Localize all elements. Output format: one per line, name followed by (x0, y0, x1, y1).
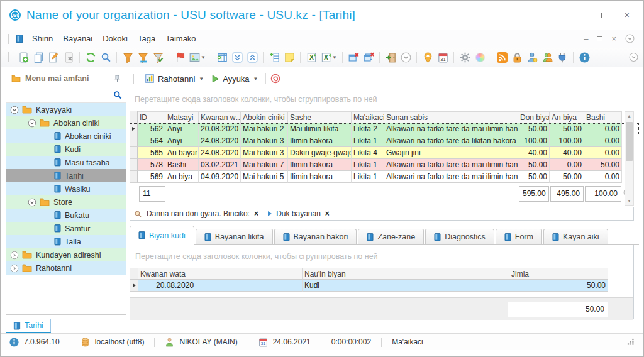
menu-item-taimako[interactable]: Taimako (160, 32, 201, 45)
collapse-expander-icon[interactable] (10, 106, 19, 114)
close-all-windows-icon[interactable] (362, 50, 375, 64)
sidebar-item-talla[interactable]: Talla (6, 235, 126, 248)
settings-icon[interactable] (458, 50, 472, 64)
plugin-icon[interactable] (555, 50, 569, 64)
users-icon[interactable] (540, 50, 554, 64)
column-header-sunan-sabis[interactable]: Sunan sabis (384, 111, 518, 123)
sidebar-item-bu-atu[interactable]: Buƙatu (6, 209, 126, 222)
tab-bayanan-likita[interactable]: Bayanan likita (196, 229, 273, 244)
mdi-minimize-button[interactable]: – (584, 34, 588, 43)
filter-edit-text[interactable]: Danna nan don gyara. Binciko: (147, 209, 250, 218)
filter-icon[interactable] (121, 50, 135, 64)
copy-record-icon[interactable] (31, 50, 45, 64)
add-column-icon[interactable] (267, 50, 281, 64)
column-header-an-biya[interactable]: An biya (550, 111, 584, 123)
scroll-up-arrow[interactable]: ▲ (625, 112, 633, 120)
column-header-bashi[interactable]: Bashi (584, 111, 622, 123)
image-menu-icon[interactable]: ▼ (188, 50, 207, 64)
sidebar-item-wasiku[interactable]: Wasiku (6, 182, 126, 195)
edit-record-icon[interactable] (47, 50, 60, 64)
menu-item-taga[interactable]: Taga (133, 32, 160, 45)
column-header-abokin-ciniki[interactable]: Abokin ciniki (241, 111, 288, 123)
undo-red-icon[interactable] (270, 74, 280, 84)
filter-condition-text[interactable]: Duk bayanan (276, 209, 321, 218)
search-icon[interactable] (113, 91, 122, 99)
table-row[interactable]: 565An bayar24.08.2020Mai haƙuri 3Dakin g… (130, 147, 639, 159)
sidebar-item-samfur[interactable]: Samfur (6, 222, 126, 235)
nav-circle-icon[interactable] (399, 50, 413, 64)
exit-icon[interactable] (384, 50, 397, 64)
minimize-button[interactable]: – (580, 11, 585, 19)
note-icon[interactable] (282, 50, 296, 64)
collapse-expander-icon[interactable] (28, 119, 36, 128)
calendar-icon[interactable]: 31 (436, 50, 450, 64)
reports-dropdown[interactable]: Rahotanni ▼ (141, 72, 208, 85)
info-icon[interactable] (577, 50, 591, 64)
pin-icon[interactable] (114, 75, 121, 83)
scroll-down-arrow[interactable]: ▼ (625, 197, 633, 205)
table-row[interactable]: 569An biya04.09.2020Mai haƙuri 5Ilimin h… (130, 171, 639, 183)
scroll-thumb[interactable] (626, 122, 633, 161)
mdi-close-button[interactable]: × (611, 34, 616, 43)
window-tab-tarihi[interactable]: Tarihi (6, 319, 51, 333)
columns-icon[interactable] (215, 50, 229, 64)
sidebar-search-input[interactable] (10, 91, 113, 99)
sidebar-item-abokan-ciniki[interactable]: Abokan ciniki (6, 116, 126, 129)
tab-biyan-ku-i[interactable]: Biyan kuɗi (130, 226, 194, 244)
column-header-don-biya[interactable]: Don biya (518, 111, 550, 123)
sidebar-item-kundayen-adireshi[interactable]: Kundayen adireshi (6, 248, 126, 261)
table-row[interactable]: 564Anyi24.08.2020Mai haƙuri 3Ilimin hako… (130, 135, 639, 147)
close-window-icon[interactable] (347, 50, 360, 64)
sidebar-item-kayayyaki[interactable]: Kayayyaki (6, 103, 126, 116)
tab-form[interactable]: Form (496, 229, 542, 244)
sidebar-item-tarihi[interactable]: Tarihi (6, 169, 126, 182)
delete-record-icon[interactable] (62, 50, 75, 64)
flag-icon[interactable] (173, 50, 187, 64)
menu-item-shirin[interactable]: Shirin (27, 32, 58, 45)
column-header-kwanan-w-[interactable]: Kwanan w… (199, 111, 241, 123)
expand-expander-icon[interactable] (10, 251, 19, 260)
column-header-ma-aikaci[interactable]: Ma'aikaci (352, 111, 384, 123)
collapse-all-icon[interactable] (245, 50, 259, 64)
menu-item-bayanai[interactable]: Bayanai (58, 32, 97, 45)
colors-icon[interactable] (473, 50, 487, 64)
refresh-icon[interactable] (84, 50, 97, 64)
add-record-icon[interactable] (16, 50, 30, 64)
user-permissions-icon[interactable] (525, 50, 539, 64)
table-row[interactable]: 562Anyi20.08.2020Mai haƙuri 2Mai ilimin … (130, 123, 639, 135)
column-header-kwanan-wata[interactable]: Kwanan wata (138, 268, 303, 280)
maximize-button[interactable] (601, 13, 608, 18)
rss-icon[interactable] (495, 50, 509, 64)
actions-dropdown[interactable]: Ayyuka ▼ (208, 72, 262, 85)
table-row[interactable]: 20.08.2020Kuɗi50.00 (130, 280, 633, 292)
sidebar-item-store[interactable]: Store (6, 195, 126, 209)
sidebar-item-masu-fasaha[interactable]: Masu fasaha (6, 156, 126, 169)
tab-bayanan-hakori[interactable]: Bayanan hakori (274, 229, 357, 244)
column-header-nau-in-biyan[interactable]: Nau'in biyan (303, 268, 509, 280)
clear-search-icon[interactable]: × (254, 209, 258, 218)
geo-icon[interactable] (421, 50, 435, 64)
excel-import-icon[interactable]: X (304, 50, 318, 64)
vertical-scrollbar[interactable]: ▲ ▼ (625, 111, 634, 206)
close-button[interactable]: × (625, 11, 630, 19)
sidebar-item-rahotanni[interactable]: Rahotanni (6, 261, 126, 275)
search-icon[interactable] (99, 50, 113, 64)
expand-all-icon[interactable] (230, 50, 244, 64)
filter-stamp-icon[interactable] (136, 50, 150, 64)
table-row[interactable]: 578Bashi03.02.2021Mai haƙuri 7Ilimin hak… (130, 159, 639, 171)
menubar-overflow-button[interactable] (625, 34, 635, 43)
horizontal-splitter[interactable]: ······· (130, 221, 639, 226)
clear-filter-icon[interactable]: × (325, 209, 330, 218)
tab-diagnostics[interactable]: Diagnostics (425, 229, 494, 244)
expand-expander-icon[interactable] (10, 264, 19, 273)
column-header-matsayi[interactable]: Matsayi (165, 111, 199, 123)
tab-zane-zane[interactable]: Zane-zane (358, 229, 424, 244)
filter-check-icon[interactable] (151, 50, 165, 64)
sidebar-item-abokan-ciniki[interactable]: Abokan ciniki (6, 129, 126, 143)
column-header-id[interactable]: ID (138, 111, 165, 123)
mdi-restore-button[interactable] (597, 36, 602, 41)
collapse-expander-icon[interactable] (28, 198, 36, 207)
excel-export-icon[interactable]: X▼ (319, 50, 338, 64)
column-header-sashe[interactable]: Sashe (288, 111, 352, 123)
lock-icon[interactable] (510, 50, 524, 64)
